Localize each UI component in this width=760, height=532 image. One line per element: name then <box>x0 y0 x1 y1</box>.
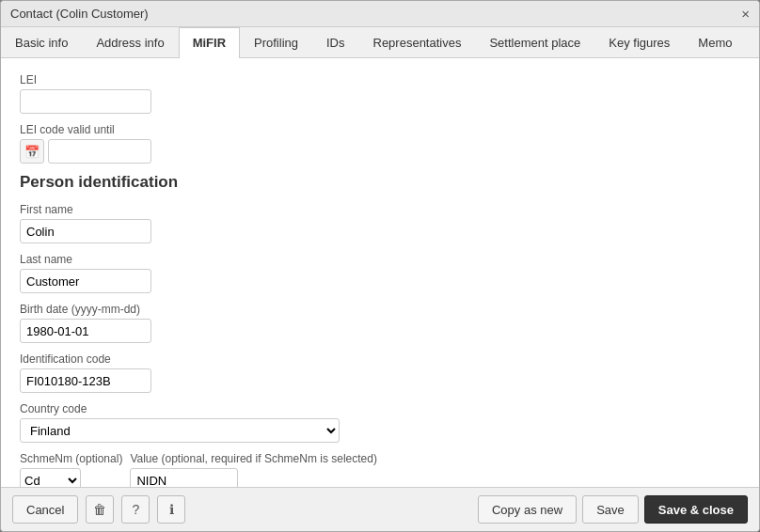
schme-group: SchmeNm (optional) Cd Prtry <box>20 452 122 487</box>
country-code-label: Country code <box>20 402 740 415</box>
title-bar: Contact (Colin Customer) × <box>1 1 759 27</box>
first-name-group: First name <box>20 203 740 243</box>
tab-documents[interactable]: Documents <box>746 27 760 57</box>
tab-memo[interactable]: Memo <box>684 27 746 57</box>
lei-date-group: LEI code valid until 📅 <box>20 123 740 164</box>
value-input[interactable] <box>130 468 238 487</box>
first-name-input[interactable] <box>20 219 151 243</box>
footer-right: Copy as new Save Save & close <box>478 495 748 524</box>
tab-profiling[interactable]: Profiling <box>240 27 312 57</box>
tab-address-info[interactable]: Address info <box>82 27 178 57</box>
last-name-input[interactable] <box>20 269 151 293</box>
tab-key-figures[interactable]: Key figures <box>594 27 684 57</box>
save-button[interactable]: Save <box>582 495 639 524</box>
delete-icon: 🗑 <box>93 502 106 517</box>
lei-date-wrapper: 📅 <box>20 139 740 164</box>
save-close-button[interactable]: Save & close <box>644 495 748 524</box>
dialog: Contact (Colin Customer) × Basic info Ad… <box>0 0 760 532</box>
birth-date-input[interactable] <box>20 319 151 343</box>
schme-label: SchmeNm (optional) <box>20 452 122 465</box>
person-id-section-title: Person identification <box>20 173 740 192</box>
close-button[interactable]: × <box>741 7 750 21</box>
identification-code-group: Identification code <box>20 352 740 393</box>
copy-as-new-button[interactable]: Copy as new <box>478 495 577 524</box>
lei-group: LEI <box>20 73 740 114</box>
lei-date-label: LEI code valid until <box>20 123 740 136</box>
schme-select[interactable]: Cd Prtry <box>20 468 81 487</box>
country-code-select[interactable]: Finland Sweden Norway Denmark Germany Fr… <box>20 418 340 443</box>
identification-code-input[interactable] <box>20 368 151 393</box>
last-name-group: Last name <box>20 253 740 293</box>
first-name-label: First name <box>20 203 740 216</box>
delete-button[interactable]: 🗑 <box>86 495 114 524</box>
tab-ids[interactable]: IDs <box>312 27 359 57</box>
cancel-button[interactable]: Cancel <box>12 495 78 524</box>
help-icon: ? <box>133 502 140 517</box>
tab-mifir[interactable]: MiFIR <box>179 27 240 58</box>
birth-date-group: Birth date (yyyy-mm-dd) <box>20 303 740 343</box>
lei-date-input[interactable] <box>48 139 151 164</box>
birth-date-label: Birth date (yyyy-mm-dd) <box>20 303 740 316</box>
info-icon: ℹ <box>169 502 174 517</box>
lei-input[interactable] <box>20 89 151 114</box>
tab-settlement-place[interactable]: Settlement place <box>475 27 594 57</box>
help-button[interactable]: ? <box>121 495 150 524</box>
country-code-group: Country code Finland Sweden Norway Denma… <box>20 402 740 443</box>
tab-basic-info[interactable]: Basic info <box>1 27 82 57</box>
tab-representatives[interactable]: Representatives <box>359 27 476 57</box>
content-area: LEI LEI code valid until 📅 Person identi… <box>1 58 759 487</box>
value-label: Value (optional, required if SchmeNm is … <box>130 452 377 465</box>
lei-label: LEI <box>20 73 740 86</box>
schme-value-row: SchmeNm (optional) Cd Prtry Value (optio… <box>20 452 740 487</box>
tabs-container: Basic info Address info MiFIR Profiling … <box>1 27 759 58</box>
dialog-title: Contact (Colin Customer) <box>10 7 149 21</box>
lei-calendar-button[interactable]: 📅 <box>20 139 44 164</box>
footer-left: Cancel 🗑 ? ℹ <box>12 495 185 524</box>
value-group: Value (optional, required if SchmeNm is … <box>130 452 377 487</box>
info-button[interactable]: ℹ <box>157 495 185 524</box>
last-name-label: Last name <box>20 253 740 266</box>
footer: Cancel 🗑 ? ℹ Copy as new Save Save & clo… <box>1 487 759 531</box>
identification-code-label: Identification code <box>20 352 740 366</box>
